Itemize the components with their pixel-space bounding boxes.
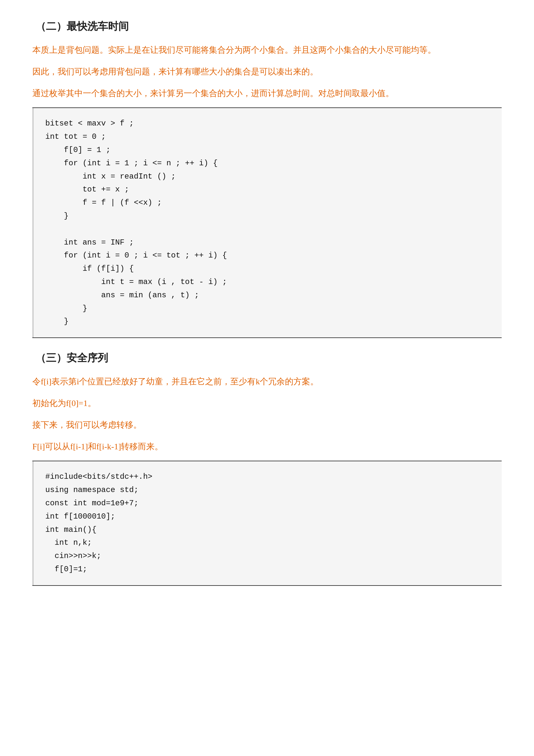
section-three-title: （三）安全序列: [32, 351, 502, 365]
section-two-title: （二）最快洗车时间: [32, 19, 502, 34]
section-three-para-4: F[i]可以从f[i-1]和f[i-k-1]转移而来。: [32, 439, 502, 454]
section-three-code: #include<bits/stdc++.h> using namespace …: [32, 461, 502, 585]
section-two-para-2: 因此，我们可以考虑用背包问题，来计算有哪些大小的集合是可以凑出来的。: [32, 65, 502, 80]
section-two-code: bitset < maxv > f ; int tot = 0 ; f[0] =…: [32, 108, 502, 338]
section-two-code-block: bitset < maxv > f ; int tot = 0 ; f[0] =…: [32, 107, 502, 338]
section-three-code-block: #include<bits/stdc++.h> using namespace …: [32, 461, 502, 585]
section-two: （二）最快洗车时间 本质上是背包问题。实际上是在让我们尽可能将集合分为两个小集合…: [32, 19, 502, 338]
section-three: （三）安全序列 令f[i]表示第i个位置已经放好了幼童，并且在它之前，至少有k个…: [32, 351, 502, 586]
section-three-para-2: 初始化为f[0]=1。: [32, 396, 502, 411]
section-two-para-1: 本质上是背包问题。实际上是在让我们尽可能将集合分为两个小集合。并且这两个小集合的…: [32, 43, 502, 58]
section-three-para-1: 令f[i]表示第i个位置已经放好了幼童，并且在它之前，至少有k个冗余的方案。: [32, 374, 502, 390]
section-two-para-3: 通过枚举其中一个集合的大小，来计算另一个集合的大小，进而计算总时间。对总时间取最…: [32, 86, 502, 101]
section-three-para-3: 接下来，我们可以考虑转移。: [32, 418, 502, 433]
